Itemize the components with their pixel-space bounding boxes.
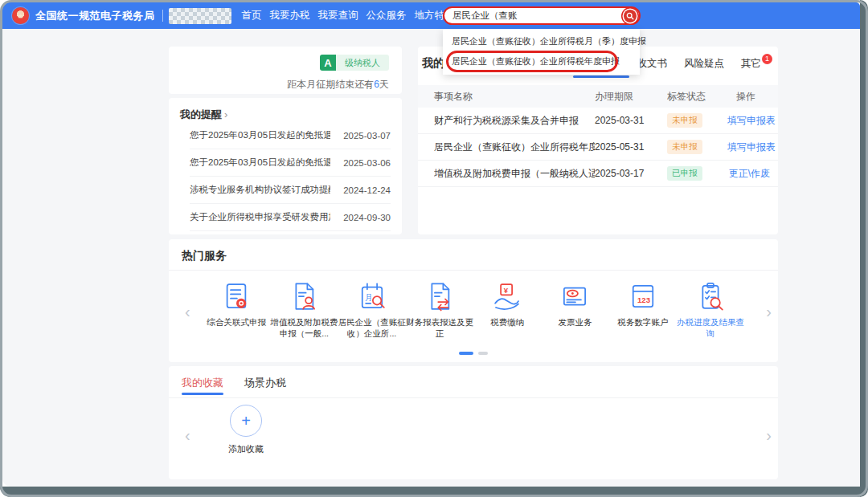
search-box (443, 6, 641, 25)
checklist-magnifier-icon (694, 279, 727, 313)
grade-label: 级纳税人 (336, 55, 389, 71)
status-badge: 未申报 (667, 113, 702, 128)
todo-tabs: 待签收文书 风险疑点 其它1 (617, 57, 772, 71)
divider (169, 270, 778, 271)
nav-item-public-service[interactable]: 公众服务 (366, 9, 407, 22)
nav-item-handle-tax[interactable]: 我要办税 (270, 9, 310, 22)
filing-period-countdown: 距本月征期结束还有6天 (182, 78, 389, 92)
countdown-days: 6 (374, 79, 379, 90)
status-badge: 已申报 (667, 166, 702, 181)
fill-return-link[interactable]: 填写申报表 (727, 114, 776, 128)
divider (169, 397, 778, 398)
nav-item-query[interactable]: 我要查询 (318, 9, 358, 22)
svg-text:月: 月 (365, 293, 373, 302)
invoice-icon (558, 279, 592, 313)
top-navigation-bar: ★ 全国统一规范电子税务局 首页 我要办税 我要查询 公众服务 地方特色 (2, 2, 860, 29)
suggestion-monthly-quarterly-filing[interactable]: 居民企业（查账征收）企业所得税月（季）度申报 (443, 31, 640, 51)
todo-table: 事项名称 办理期限 标签状态 操作 财产和行为税税源采集及合并申报 2025-0… (418, 85, 778, 187)
service-tax-payment[interactable]: ¥ 税费缴纳 (473, 279, 541, 339)
primary-nav: 首页 我要办税 我要查询 公众服务 地方特色 (242, 9, 455, 22)
table-row: 财产和行为税税源采集及合并申报 2025-03-31 未申报 填写申报表 (418, 108, 778, 134)
table-row: 居民企业（查账征收）企业所得税年度... 2025-05-31 未申报 填写申报… (418, 134, 778, 161)
reminders-title[interactable]: 我的提醒› (180, 108, 391, 122)
service-invoice-business[interactable]: 发票业务 (541, 279, 608, 339)
search-input[interactable] (452, 11, 624, 21)
active-tab-underline (182, 393, 223, 395)
reminders-panel: 我的提醒› 您于2025年03月05日发起的免抵退...2025-03-07 您… (169, 98, 402, 234)
page-background: ★ 全国统一规范电子税务局 首页 我要办税 我要查询 公众服务 地方特色 (2, 2, 860, 487)
suggestion-annual-filing[interactable]: 居民企业（查账征收）企业所得税年度申报 (443, 51, 640, 71)
reminder-item[interactable]: 关于企业所得税申报享受研发费用加...2024-09-30 (190, 204, 391, 231)
reminder-item[interactable]: 您于2025年03月05日发起的免抵退...2025-03-06 (190, 149, 391, 177)
hand-yuan-icon: ¥ (490, 279, 524, 313)
service-resident-enterprise-income-tax[interactable]: 月 居民企业（查账征收）企业所... (338, 279, 406, 339)
title-divider (162, 10, 163, 22)
digital-account-icon: 123 (626, 279, 660, 313)
tab-scenario-tax[interactable]: 场景办税 (244, 376, 286, 390)
grade-letter-badge: A (320, 55, 336, 71)
fill-return-link[interactable]: 填写申报表 (727, 141, 776, 154)
taxpayer-grade: A 级纳税人 (182, 55, 389, 71)
service-comprehensive-linked-filing[interactable]: 综合关联式申报 (203, 279, 270, 339)
service-financial-statement-submission[interactable]: 财务报表报送及更正 (406, 279, 473, 339)
favorites-prev-button[interactable]: ‹ (185, 427, 190, 443)
document-transfer-icon (423, 279, 457, 313)
window-right-edge (860, 0, 868, 497)
svg-text:¥: ¥ (504, 286, 509, 295)
add-favorite-label: 添加收藏 (211, 443, 281, 455)
service-vat-surcharge-filing[interactable]: 增值税及附加税费申报（一般... (270, 279, 338, 339)
favorites-tabs: 我的收藏 场景办税 (182, 376, 286, 390)
table-row: 增值税及附加税费申报（一般纳税人适... 2025-03-17 已申报 更正\作… (418, 161, 778, 187)
search-suggestions-dropdown: 居民企业（查账征收）企业所得税月（季）度申报 居民企业（查账征收）企业所得税年度… (443, 29, 640, 75)
screenshot-canvas: ★ 全国统一规范电子税务局 首页 我要办税 我要查询 公众服务 地方特色 (0, 0, 868, 497)
carousel-prev-button[interactable]: ‹ (185, 303, 190, 320)
status-badge: 未申报 (667, 140, 702, 154)
chevron-right-icon: › (224, 108, 227, 120)
active-tab-underline (573, 75, 629, 78)
plus-icon: + (241, 412, 251, 430)
correct-void-link[interactable]: 更正\作废 (727, 167, 770, 181)
svg-text:123: 123 (637, 295, 650, 304)
redacted-region-name (169, 8, 231, 24)
pagination-dash-active[interactable] (459, 352, 473, 355)
taxpayer-status-panel: A 级纳税人 距本月征期结束还有6天 (169, 47, 402, 94)
favorites-panel: 我的收藏 场景办税 ‹ › + 添加收藏 (169, 366, 778, 479)
add-favorite-button[interactable]: + 添加收藏 (211, 405, 281, 455)
tax-bureau-emblem-icon: ★ (12, 7, 29, 24)
todo-panel: 我的待办 待签收文书 风险疑点 其它1 事项名称 办理期限 标签状态 操作 财产… (418, 47, 778, 234)
footer-bar (0, 487, 868, 497)
carousel-next-button[interactable]: › (766, 303, 772, 320)
table-header-row: 事项名称 办理期限 标签状态 操作 (418, 85, 778, 108)
hot-services-row: 综合关联式申报 增值税及附加税费申报（一般... 月 (203, 279, 744, 339)
document-seal-icon (219, 279, 253, 313)
notification-count-badge: 1 (762, 54, 772, 64)
reminder-item[interactable]: 涉税专业服务机构协议签订成功提醒2024-12-24 (190, 177, 391, 204)
pagination-dash[interactable] (478, 352, 488, 355)
favorites-next-button[interactable]: › (766, 427, 772, 443)
service-digital-tax-account[interactable]: 123 税务数字账户 (609, 279, 677, 339)
hot-services-panel: 热门服务 ‹ › 综合关联式申报 (169, 239, 778, 362)
nav-item-home[interactable]: 首页 (242, 9, 262, 22)
tab-other[interactable]: 其它1 (741, 57, 772, 71)
service-progress-result-query[interactable]: 办税进度及结果查询 (677, 279, 744, 339)
tab-risk-points[interactable]: 风险疑点 (684, 57, 724, 71)
calendar-magnifier-icon: 月 (355, 279, 389, 313)
carousel-pagination (459, 352, 488, 355)
search-icon (626, 12, 634, 20)
tab-my-favorites[interactable]: 我的收藏 (182, 376, 223, 390)
document-person-icon (287, 279, 321, 313)
search-button[interactable] (624, 10, 637, 22)
reminder-item[interactable]: 您于2025年03月05日发起的免抵退...2025-03-07 (190, 122, 391, 149)
site-title: 全国统一规范电子税务局 (35, 9, 155, 23)
hot-services-title: 热门服务 (182, 249, 227, 263)
